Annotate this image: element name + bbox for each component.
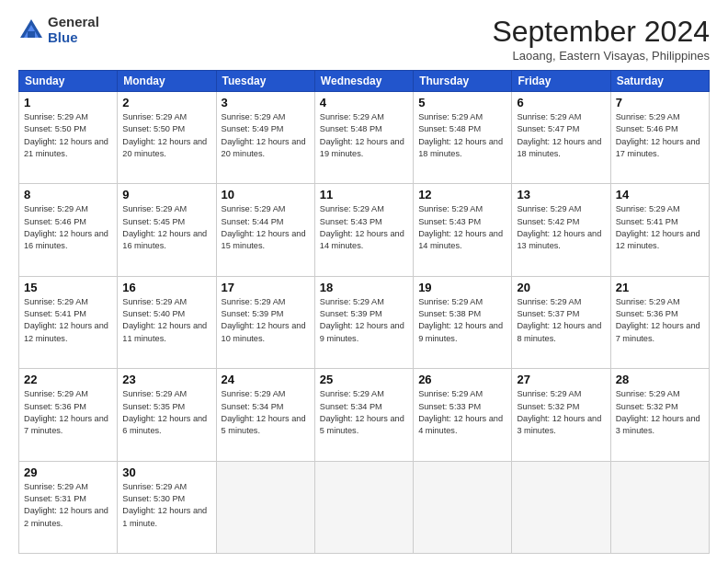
title-block: September 2024 Laoang, Eastern Visayas, … <box>492 15 710 63</box>
day-cell-2-0: 15Sunrise: 5:29 AM Sunset: 5:41 PM Dayli… <box>19 276 118 368</box>
day-cell-1-3: 11Sunrise: 5:29 AM Sunset: 5:43 PM Dayli… <box>314 184 413 276</box>
day-cell-4-5 <box>512 461 610 553</box>
day-number: 15 <box>24 281 112 294</box>
logo-blue: Blue <box>48 30 99 46</box>
subtitle: Laoang, Eastern Visayas, Philippines <box>492 49 710 63</box>
day-number: 13 <box>517 188 605 201</box>
day-number: 12 <box>418 188 506 201</box>
page: General Blue September 2024 Laoang, East… <box>0 0 728 563</box>
calendar: Sunday Monday Tuesday Wednesday Thursday… <box>18 70 710 554</box>
day-number: 25 <box>320 373 408 386</box>
day-info: Sunrise: 5:29 AM Sunset: 5:30 PM Dayligh… <box>122 481 210 530</box>
day-number: 14 <box>616 188 704 201</box>
logo-general: General <box>48 15 99 30</box>
day-cell-0-6: 7Sunrise: 5:29 AM Sunset: 5:46 PM Daylig… <box>610 92 709 184</box>
day-number: 24 <box>222 373 310 386</box>
day-info: Sunrise: 5:29 AM Sunset: 5:43 PM Dayligh… <box>418 203 506 252</box>
day-number: 1 <box>24 96 112 109</box>
week-row-1: 8Sunrise: 5:29 AM Sunset: 5:46 PM Daylig… <box>19 184 710 276</box>
col-friday: Friday <box>512 71 610 92</box>
day-cell-3-2: 24Sunrise: 5:29 AM Sunset: 5:34 PM Dayli… <box>216 369 314 461</box>
day-info: Sunrise: 5:29 AM Sunset: 5:48 PM Dayligh… <box>320 111 408 160</box>
day-info: Sunrise: 5:29 AM Sunset: 5:42 PM Dayligh… <box>517 203 605 252</box>
day-number: 7 <box>616 96 704 109</box>
day-number: 29 <box>24 465 112 479</box>
day-number: 22 <box>24 373 112 386</box>
day-number: 6 <box>517 96 605 109</box>
day-cell-3-1: 23Sunrise: 5:29 AM Sunset: 5:35 PM Dayli… <box>118 369 216 461</box>
day-number: 11 <box>320 188 408 201</box>
day-cell-0-2: 3Sunrise: 5:29 AM Sunset: 5:49 PM Daylig… <box>216 92 314 184</box>
day-cell-4-1: 30Sunrise: 5:29 AM Sunset: 5:30 PM Dayli… <box>118 461 216 553</box>
day-info: Sunrise: 5:29 AM Sunset: 5:46 PM Dayligh… <box>616 111 704 160</box>
day-number: 23 <box>122 373 210 386</box>
day-info: Sunrise: 5:29 AM Sunset: 5:41 PM Dayligh… <box>616 203 704 252</box>
svg-rect-2 <box>28 31 35 38</box>
logo-icon <box>18 17 44 43</box>
day-cell-3-5: 27Sunrise: 5:29 AM Sunset: 5:32 PM Dayli… <box>512 369 610 461</box>
day-info: Sunrise: 5:29 AM Sunset: 5:41 PM Dayligh… <box>24 296 112 345</box>
day-cell-2-1: 16Sunrise: 5:29 AM Sunset: 5:40 PM Dayli… <box>118 276 216 368</box>
day-info: Sunrise: 5:29 AM Sunset: 5:48 PM Dayligh… <box>418 111 506 160</box>
day-info: Sunrise: 5:29 AM Sunset: 5:43 PM Dayligh… <box>320 203 408 252</box>
day-cell-4-6 <box>610 461 709 553</box>
day-info: Sunrise: 5:29 AM Sunset: 5:45 PM Dayligh… <box>122 203 210 252</box>
header-row: Sunday Monday Tuesday Wednesday Thursday… <box>19 71 710 92</box>
col-wednesday: Wednesday <box>314 71 413 92</box>
day-info: Sunrise: 5:29 AM Sunset: 5:46 PM Dayligh… <box>24 203 112 252</box>
day-number: 9 <box>122 188 210 201</box>
day-info: Sunrise: 5:29 AM Sunset: 5:44 PM Dayligh… <box>222 203 310 252</box>
day-info: Sunrise: 5:29 AM Sunset: 5:33 PM Dayligh… <box>418 388 506 437</box>
day-info: Sunrise: 5:29 AM Sunset: 5:34 PM Dayligh… <box>320 388 408 437</box>
day-info: Sunrise: 5:29 AM Sunset: 5:50 PM Dayligh… <box>122 111 210 160</box>
day-cell-1-2: 10Sunrise: 5:29 AM Sunset: 5:44 PM Dayli… <box>216 184 314 276</box>
day-number: 30 <box>122 465 210 479</box>
day-cell-3-3: 25Sunrise: 5:29 AM Sunset: 5:34 PM Dayli… <box>314 369 413 461</box>
day-info: Sunrise: 5:29 AM Sunset: 5:32 PM Dayligh… <box>517 388 605 437</box>
day-cell-1-1: 9Sunrise: 5:29 AM Sunset: 5:45 PM Daylig… <box>118 184 216 276</box>
col-thursday: Thursday <box>414 71 512 92</box>
day-cell-3-0: 22Sunrise: 5:29 AM Sunset: 5:36 PM Dayli… <box>19 369 118 461</box>
day-number: 16 <box>122 281 210 294</box>
day-info: Sunrise: 5:29 AM Sunset: 5:50 PM Dayligh… <box>24 111 112 160</box>
logo-text: General Blue <box>48 15 99 45</box>
day-cell-0-4: 5Sunrise: 5:29 AM Sunset: 5:48 PM Daylig… <box>414 92 512 184</box>
day-cell-4-3 <box>314 461 413 553</box>
col-sunday: Sunday <box>19 71 118 92</box>
day-number: 2 <box>122 96 210 109</box>
day-number: 21 <box>616 281 704 294</box>
day-info: Sunrise: 5:29 AM Sunset: 5:39 PM Dayligh… <box>222 296 310 345</box>
day-cell-4-0: 29Sunrise: 5:29 AM Sunset: 5:31 PM Dayli… <box>19 461 118 553</box>
week-row-0: 1Sunrise: 5:29 AM Sunset: 5:50 PM Daylig… <box>19 92 710 184</box>
day-cell-0-5: 6Sunrise: 5:29 AM Sunset: 5:47 PM Daylig… <box>512 92 610 184</box>
day-info: Sunrise: 5:29 AM Sunset: 5:40 PM Dayligh… <box>122 296 210 345</box>
col-saturday: Saturday <box>610 71 709 92</box>
logo: General Blue <box>18 15 99 45</box>
day-info: Sunrise: 5:29 AM Sunset: 5:36 PM Dayligh… <box>24 388 112 437</box>
day-cell-1-5: 13Sunrise: 5:29 AM Sunset: 5:42 PM Dayli… <box>512 184 610 276</box>
day-info: Sunrise: 5:29 AM Sunset: 5:34 PM Dayligh… <box>222 388 310 437</box>
day-number: 3 <box>222 96 310 109</box>
day-cell-3-4: 26Sunrise: 5:29 AM Sunset: 5:33 PM Dayli… <box>414 369 512 461</box>
day-cell-1-0: 8Sunrise: 5:29 AM Sunset: 5:46 PM Daylig… <box>19 184 118 276</box>
day-cell-2-2: 17Sunrise: 5:29 AM Sunset: 5:39 PM Dayli… <box>216 276 314 368</box>
day-number: 28 <box>616 373 704 386</box>
day-cell-0-0: 1Sunrise: 5:29 AM Sunset: 5:50 PM Daylig… <box>19 92 118 184</box>
day-cell-4-2 <box>216 461 314 553</box>
day-info: Sunrise: 5:29 AM Sunset: 5:31 PM Dayligh… <box>24 481 112 530</box>
week-row-4: 29Sunrise: 5:29 AM Sunset: 5:31 PM Dayli… <box>19 461 710 553</box>
day-number: 17 <box>222 281 310 294</box>
day-number: 18 <box>320 281 408 294</box>
day-number: 20 <box>517 281 605 294</box>
day-info: Sunrise: 5:29 AM Sunset: 5:36 PM Dayligh… <box>616 296 704 345</box>
day-number: 27 <box>517 373 605 386</box>
day-number: 5 <box>418 96 506 109</box>
day-cell-2-3: 18Sunrise: 5:29 AM Sunset: 5:39 PM Dayli… <box>314 276 413 368</box>
week-row-2: 15Sunrise: 5:29 AM Sunset: 5:41 PM Dayli… <box>19 276 710 368</box>
day-cell-0-3: 4Sunrise: 5:29 AM Sunset: 5:48 PM Daylig… <box>314 92 413 184</box>
day-number: 8 <box>24 188 112 201</box>
day-cell-3-6: 28Sunrise: 5:29 AM Sunset: 5:32 PM Dayli… <box>610 369 709 461</box>
day-info: Sunrise: 5:29 AM Sunset: 5:32 PM Dayligh… <box>616 388 704 437</box>
week-row-3: 22Sunrise: 5:29 AM Sunset: 5:36 PM Dayli… <box>19 369 710 461</box>
day-info: Sunrise: 5:29 AM Sunset: 5:49 PM Dayligh… <box>222 111 310 160</box>
